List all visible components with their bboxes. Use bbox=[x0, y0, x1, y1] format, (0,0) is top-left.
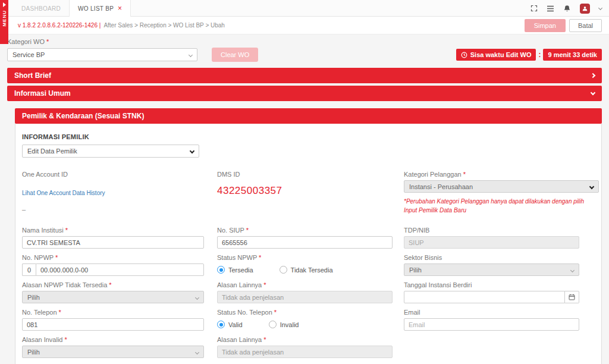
simpan-button: Simpan bbox=[525, 19, 566, 32]
required-asterisk: * bbox=[259, 254, 261, 261]
field-alasan-lainnya-npwp: Alasan Lainnya * bbox=[217, 281, 393, 303]
section-short-brief-label: Short Brief bbox=[14, 71, 51, 80]
pemilik-kendaraan-section: Pemilik & Kendaraan (Sesuai STNK) INFORM… bbox=[15, 108, 602, 364]
tab-wo-list-bp[interactable]: WO LIST BP × bbox=[69, 0, 131, 17]
field-label: Alasan Lainnya bbox=[217, 281, 262, 288]
kategori-pelanggan-note: *Perubahan Kategori Pelanggan hanya dapa… bbox=[404, 197, 599, 215]
field-no-npwp: No. NPWP * 0 bbox=[22, 254, 204, 276]
radio-tidak-tersedia[interactable] bbox=[280, 266, 287, 274]
no-siup-input[interactable] bbox=[217, 236, 393, 249]
section-informasi-umum[interactable]: Informasi Umum bbox=[7, 86, 602, 101]
timer-label-badge: Sisa waktu Edit WO bbox=[456, 49, 536, 61]
tab-wo-list-bp-label: WO LIST BP bbox=[78, 5, 114, 12]
required-asterisk: * bbox=[55, 254, 58, 261]
calendar-icon[interactable] bbox=[565, 291, 579, 303]
field-label: Sektor Bisnis bbox=[404, 254, 442, 261]
chevron-down-icon bbox=[190, 149, 194, 153]
radio-tidak-tersedia-label: Tidak Tersedia bbox=[291, 266, 333, 274]
timer-separator: : bbox=[538, 51, 541, 59]
alasan-lainnya-npwp-input bbox=[217, 291, 393, 303]
required-asterisk: * bbox=[463, 171, 466, 178]
form-row: Alasan Invalid * Pilih Alasan Lainnya * bbox=[22, 336, 598, 358]
kategori-wo-label: Kategori WO * bbox=[7, 38, 602, 45]
required-asterisk: * bbox=[109, 281, 111, 288]
edit-data-pemilik-select[interactable]: Edit Data Pemilik bbox=[22, 145, 199, 158]
kategori-pelanggan-block: Kategori Pelanggan * Instansi - Perusaha… bbox=[404, 171, 599, 215]
menu-arrow-icon bbox=[3, 2, 6, 7]
menu-list-icon[interactable] bbox=[547, 5, 554, 12]
alasan-invalid-select: Pilih bbox=[22, 346, 204, 358]
one-account-history-link[interactable]: Lihat One Account Data History bbox=[22, 190, 105, 196]
field-alasan-npwp: Alasan NPWP Tidak Tersedia * Pilih bbox=[22, 281, 204, 303]
main-content: Kategori WO * Service BP Clear WO Sisa w… bbox=[0, 34, 609, 364]
sektor-bisnis-select: Pilih bbox=[404, 263, 579, 276]
field-no-telepon: No. Telepon * bbox=[22, 309, 204, 331]
field-label: Status No. Telepon bbox=[217, 309, 272, 316]
field-no-siup: No. SIUP * bbox=[217, 227, 393, 249]
radio-invalid[interactable] bbox=[269, 321, 277, 328]
field-label: No. SIUP bbox=[217, 227, 244, 234]
field-alasan-invalid: Alasan Invalid * Pilih bbox=[22, 336, 204, 358]
section-informasi-umum-label: Informasi Umum bbox=[14, 89, 71, 98]
one-account-id-label: One Account ID bbox=[22, 171, 204, 178]
field-status-telepon: Status No. Telepon * Valid Invalid bbox=[217, 309, 393, 331]
chevron-down-icon bbox=[195, 296, 199, 300]
tanggal-instansi-input[interactable] bbox=[404, 291, 565, 303]
field-label: Status NPWP bbox=[217, 254, 257, 261]
notification-bell-icon[interactable] bbox=[563, 5, 571, 12]
field-tdp-nib: TDP/NIB bbox=[404, 227, 599, 249]
tab-dashboard[interactable]: DASHBOARD bbox=[13, 0, 69, 17]
section-pemilik-kendaraan-label: Pemilik & Kendaraan (Sesuai STNK) bbox=[22, 112, 144, 120]
required-asterisk: * bbox=[274, 309, 277, 316]
dms-id-block: DMS ID 43225003357 bbox=[217, 171, 393, 215]
kategori-pelanggan-value: Instansi - Perusahaan bbox=[409, 183, 473, 190]
field-label: Tanggal Instansi Berdiri bbox=[404, 281, 472, 288]
tab-dashboard-label: DASHBOARD bbox=[21, 5, 61, 12]
required-asterisk: * bbox=[65, 227, 68, 234]
field-label: No. Telepon bbox=[22, 309, 57, 316]
field-nama-institusi: Nama Institusi * bbox=[22, 227, 204, 249]
dms-id-value: 43225003357 bbox=[217, 185, 393, 197]
chevron-right-icon bbox=[591, 73, 595, 78]
required-asterisk: * bbox=[59, 309, 61, 316]
avatar-image bbox=[580, 4, 590, 14]
alasan-npwp-select: Pilih bbox=[22, 291, 204, 303]
kategori-wo-select[interactable]: Service BP bbox=[7, 48, 197, 61]
edit-wo-timer: Sisa waktu Edit WO : 9 menit 33 detik bbox=[456, 49, 602, 61]
field-email: Email bbox=[404, 309, 599, 331]
radio-tersedia-label: Tersedia bbox=[228, 266, 253, 274]
fullscreen-icon[interactable] bbox=[530, 5, 538, 12]
batal-button[interactable]: Batal bbox=[569, 19, 602, 32]
tdp-nib-input bbox=[404, 236, 579, 249]
required-asterisk: * bbox=[65, 336, 67, 343]
edit-data-pemilik-value: Edit Data Pemilik bbox=[27, 148, 77, 155]
no-npwp-input[interactable] bbox=[36, 263, 204, 276]
radio-valid[interactable] bbox=[217, 321, 225, 328]
timer-value-badge: 9 menit 33 detik bbox=[543, 49, 602, 61]
chevron-down-icon[interactable] bbox=[598, 5, 602, 10]
section-pemilik-kendaraan[interactable]: Pemilik & Kendaraan (Sesuai STNK) bbox=[15, 108, 602, 124]
menu-label: MENU bbox=[2, 10, 7, 27]
email-input[interactable] bbox=[404, 318, 579, 331]
form-row: No. Telepon * Status No. Telepon * Valid… bbox=[22, 309, 598, 331]
close-icon[interactable]: × bbox=[118, 5, 122, 11]
nama-institusi-input[interactable] bbox=[22, 236, 204, 249]
chevron-down-icon bbox=[570, 268, 575, 272]
field-sektor-bisnis: Sektor Bisnis Pilih bbox=[404, 254, 599, 276]
required-asterisk: * bbox=[263, 336, 266, 343]
menu-toggle[interactable]: MENU bbox=[0, 0, 8, 44]
required-asterisk: * bbox=[46, 38, 49, 45]
topbar-icons bbox=[530, 0, 602, 17]
kategori-pelanggan-select: Instansi - Perusahaan bbox=[404, 180, 599, 193]
no-telepon-input[interactable] bbox=[22, 318, 204, 331]
breadcrumb[interactable]: After Sales > Reception > WO List BP > U… bbox=[103, 22, 225, 29]
field-alasan-lainnya-telepon: Alasan Lainnya * bbox=[217, 336, 393, 358]
form-row: No. NPWP * 0 Status NPWP * Tersedia Tida… bbox=[22, 254, 598, 276]
section-short-brief[interactable]: Short Brief bbox=[7, 68, 602, 83]
user-avatar[interactable] bbox=[580, 4, 590, 14]
kategori-wo-value: Service BP bbox=[12, 51, 45, 58]
clear-wo-button: Clear WO bbox=[212, 48, 258, 62]
field-label: No. NPWP bbox=[22, 254, 54, 261]
radio-tersedia[interactable] bbox=[217, 266, 225, 274]
radio-invalid-label: Invalid bbox=[280, 321, 299, 328]
